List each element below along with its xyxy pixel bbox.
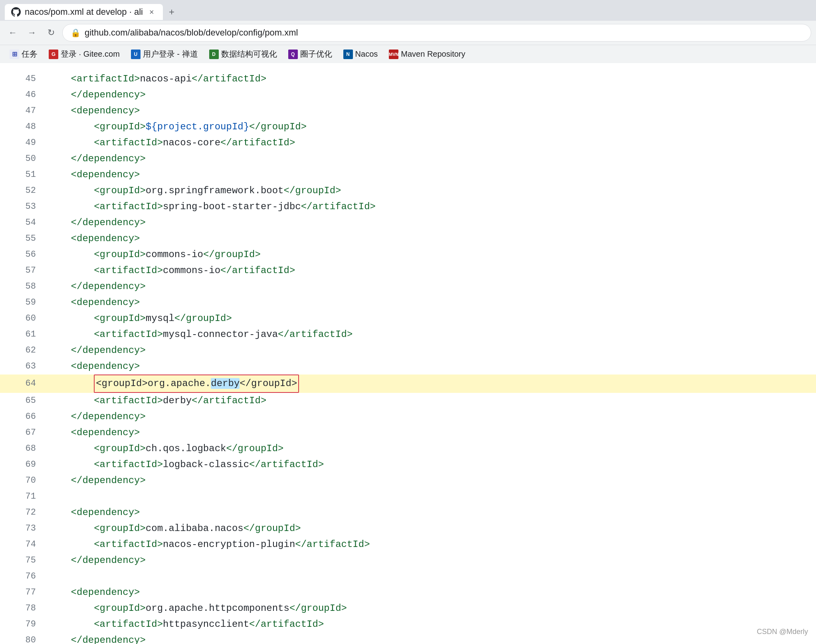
bookmark-apps[interactable]: ⊞ 任务 (5, 46, 42, 62)
line-content: <artifactId>logback-classic</artifactId> (48, 457, 324, 473)
code-line-54: 54 </dependency> (0, 215, 816, 231)
bookmark-data[interactable]: D 数据结构可视化 (204, 46, 282, 62)
code-line-70: 70 </dependency> (0, 473, 816, 489)
line-number: 50 (0, 151, 48, 167)
bookmark-user[interactable]: U 用户登录 - 禅道 (126, 46, 203, 62)
code-line-45: 45 <artifactId>nacos-api</artifactId> (0, 71, 816, 87)
line-number: 45 (0, 71, 48, 87)
back-button[interactable]: ← (5, 25, 21, 41)
data-icon: D (209, 50, 219, 59)
code-line-80: 80 </dependency> (0, 632, 816, 644)
line-number: 46 (0, 87, 48, 103)
line-content: <groupId>commons-io</groupId> (48, 247, 261, 263)
code-line-79: 79 <artifactId>httpasyncclient</artifact… (0, 616, 816, 632)
code-line-50: 50 </dependency> (0, 151, 816, 167)
code-line-49: 49 <artifactId>nacos-core</artifactId> (0, 135, 816, 151)
line-number: 52 (0, 183, 48, 199)
code-line-55: 55 <dependency> (0, 231, 816, 247)
code-line-65: 65 <artifactId>derby</artifactId> (0, 393, 816, 409)
line-content: <groupId>ch.qos.logback</groupId> (48, 441, 284, 457)
line-number: 48 (0, 119, 48, 135)
line-number: 75 (0, 553, 48, 569)
code-line-64: 64 <groupId>org.apache.derby</groupId> (0, 375, 816, 393)
line-content: <dependency> (48, 585, 140, 600)
line-number: 73 (0, 521, 48, 537)
lock-icon: 🔒 (71, 28, 81, 38)
maven-icon: MVN (389, 50, 398, 59)
line-number: 66 (0, 409, 48, 425)
line-content: <artifactId>nacos-api</artifactId> (48, 71, 266, 87)
line-number: 63 (0, 359, 48, 375)
nav-bar: ← → ↻ 🔒 github.com/alibaba/nacos/blob/de… (0, 21, 816, 45)
line-content: </dependency> (48, 409, 146, 425)
line-number: 70 (0, 473, 48, 489)
tab-bar: nacos/pom.xml at develop · ali × + (0, 0, 816, 21)
line-content: <groupId>mysql</groupId> (48, 311, 232, 327)
line-number: 76 (0, 569, 48, 585)
line-number: 74 (0, 537, 48, 553)
line-number: 54 (0, 215, 48, 231)
code-line-61: 61 <artifactId>mysql-connector-java</art… (0, 327, 816, 343)
line-number: 61 (0, 327, 48, 343)
bookmark-gitee[interactable]: G 登录 · Gitee.com (44, 46, 125, 62)
line-content: <groupId>org.apache.derby</groupId> (48, 375, 299, 393)
bookmark-maven-label: Maven Repository (401, 50, 465, 59)
line-content: <groupId>com.alibaba.nacos</groupId> (48, 521, 301, 537)
bookmark-data-label: 数据结构可视化 (221, 49, 277, 59)
line-content: <dependency> (48, 295, 140, 311)
watermark: CSDN @Mderly (757, 628, 808, 636)
code-line-62: 62 </dependency> (0, 343, 816, 359)
code-line-46: 46 </dependency> (0, 87, 816, 103)
code-line-76: 76 (0, 569, 816, 585)
code-line-77: 77 <dependency> (0, 585, 816, 600)
url-text: github.com/alibaba/nacos/blob/develop/co… (85, 28, 298, 38)
line-content: <dependency> (48, 505, 140, 521)
line-number: 67 (0, 425, 48, 441)
tab-close-button[interactable]: × (147, 7, 156, 17)
line-number: 47 (0, 103, 48, 119)
address-bar[interactable]: 🔒 github.com/alibaba/nacos/blob/develop/… (62, 24, 811, 42)
code-line-71: 71 (0, 489, 816, 505)
forward-button[interactable]: → (24, 25, 40, 41)
bookmark-qz[interactable]: Q 圈子优化 (283, 46, 337, 62)
code-line-52: 52 <groupId>org.springframework.boot</gr… (0, 183, 816, 199)
code-line-73: 73 <groupId>com.alibaba.nacos</groupId> (0, 521, 816, 537)
code-line-74: 74 <artifactId>nacos-encryption-plugin</… (0, 537, 816, 553)
bookmark-nacos[interactable]: N Nacos (339, 47, 383, 61)
line-content: <artifactId>nacos-encryption-plugin</art… (48, 537, 370, 553)
reload-button[interactable]: ↻ (43, 25, 59, 41)
qz-icon: Q (288, 50, 298, 59)
code-line-56: 56 <groupId>commons-io</groupId> (0, 247, 816, 263)
line-content: <artifactId>nacos-core</artifactId> (48, 135, 295, 151)
line-content: </dependency> (48, 87, 146, 103)
code-line-68: 68 <groupId>ch.qos.logback</groupId> (0, 441, 816, 457)
line-content: <artifactId>spring-boot-starter-jdbc</ar… (48, 199, 376, 215)
code-view: 45 <artifactId>nacos-api</artifactId>46 … (0, 63, 816, 644)
line-number: 69 (0, 457, 48, 473)
line-content: <groupId>org.apache.httpcomponents</grou… (48, 600, 347, 616)
github-favicon (11, 7, 21, 17)
bookmark-nacos-label: Nacos (355, 50, 378, 59)
line-number: 59 (0, 295, 48, 311)
line-content: </dependency> (48, 553, 146, 569)
code-line-47: 47 <dependency> (0, 103, 816, 119)
line-number: 71 (0, 489, 48, 505)
bookmark-maven[interactable]: MVN Maven Repository (384, 47, 470, 61)
bookmarks-bar: ⊞ 任务 G 登录 · Gitee.com U 用户登录 - 禅道 D 数据结构… (0, 45, 816, 63)
line-content: <artifactId>httpasyncclient</artifactId> (48, 616, 324, 632)
line-content: <dependency> (48, 425, 140, 441)
line-content: <dependency> (48, 231, 140, 247)
tab-title: nacos/pom.xml at develop · ali (25, 7, 143, 17)
line-number: 64 (0, 376, 48, 392)
line-content: <groupId>${project.groupId}</groupId> (48, 119, 307, 135)
user-icon: U (131, 50, 141, 59)
code-line-69: 69 <artifactId>logback-classic</artifact… (0, 457, 816, 473)
code-line-53: 53 <artifactId>spring-boot-starter-jdbc<… (0, 199, 816, 215)
new-tab-button[interactable]: + (164, 5, 179, 19)
bookmark-apps-label: 任务 (22, 49, 38, 59)
line-content: <groupId>org.springframework.boot</group… (48, 183, 341, 199)
line-number: 77 (0, 585, 48, 600)
line-number: 55 (0, 231, 48, 247)
line-number: 62 (0, 343, 48, 359)
active-tab[interactable]: nacos/pom.xml at develop · ali × (5, 4, 163, 20)
